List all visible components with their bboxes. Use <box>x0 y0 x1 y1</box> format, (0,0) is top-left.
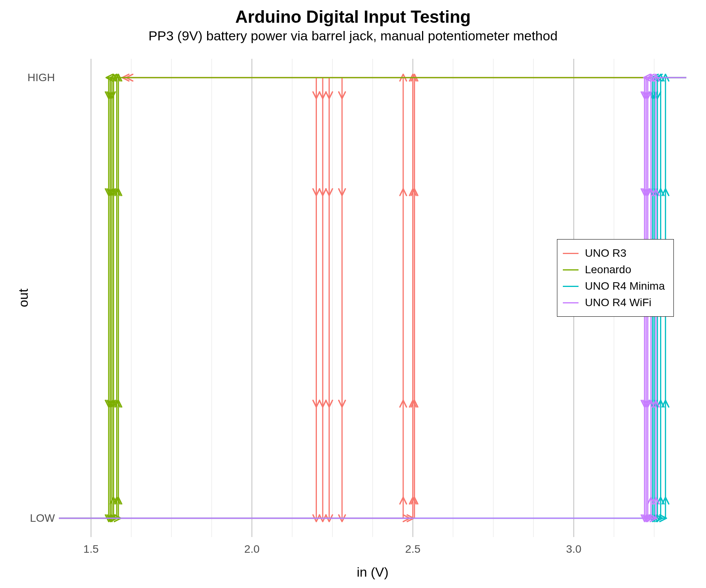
x-tick: 3.0 <box>566 543 581 555</box>
legend-item: UNO R4 Minima <box>563 278 665 294</box>
chart-subtitle: PP3 (9V) battery power via barrel jack, … <box>0 28 706 44</box>
plot-area: UNO R3LeonardoUNO R4 MinimaUNO R4 WiFi <box>59 59 686 537</box>
y-tick-high: HIGH <box>27 71 55 84</box>
legend-swatch <box>563 286 579 287</box>
legend: UNO R3LeonardoUNO R4 MinimaUNO R4 WiFi <box>557 239 674 317</box>
x-tick: 1.5 <box>84 543 99 555</box>
legend-item: UNO R4 WiFi <box>563 294 665 311</box>
legend-swatch <box>563 269 579 270</box>
y-tick-low: LOW <box>30 512 55 524</box>
x-tick: 2.5 <box>405 543 420 555</box>
legend-label: UNO R4 WiFi <box>585 296 651 309</box>
chart-title: Arduino Digital Input Testing <box>0 7 706 27</box>
legend-swatch <box>563 253 579 254</box>
legend-label: UNO R3 <box>585 247 626 260</box>
x-axis-label: in (V) <box>59 564 686 580</box>
legend-label: UNO R4 Minima <box>585 280 665 292</box>
legend-label: Leonardo <box>585 263 631 276</box>
legend-swatch <box>563 302 579 303</box>
chart-container: Arduino Digital Input Testing PP3 (9V) b… <box>0 0 706 588</box>
legend-item: UNO R3 <box>563 245 665 261</box>
legend-item: Leonardo <box>563 261 665 278</box>
y-axis-label: out <box>16 289 31 307</box>
x-tick: 2.0 <box>244 543 260 555</box>
